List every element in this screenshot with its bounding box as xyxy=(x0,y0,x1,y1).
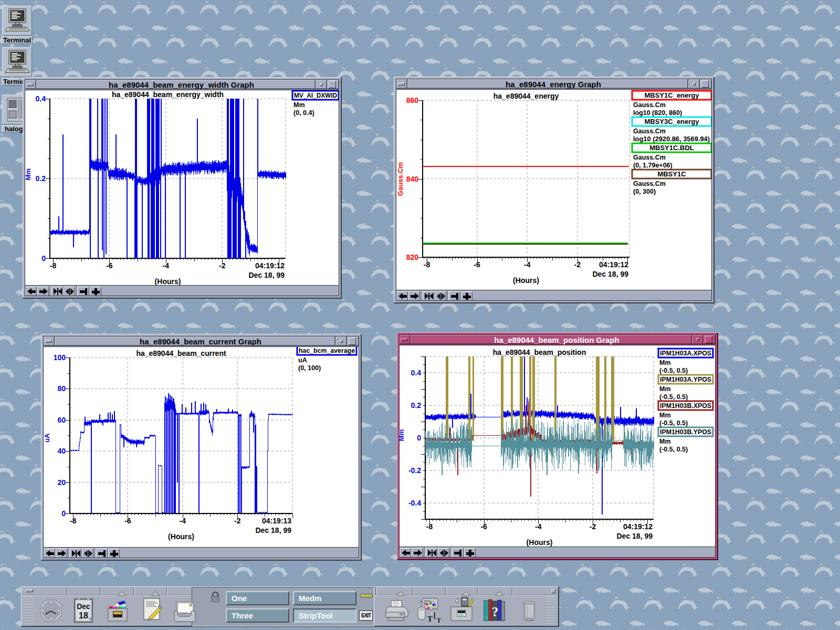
svg-text:(-0.5, 0.5): (-0.5, 0.5) xyxy=(659,419,688,427)
svg-text:0: 0 xyxy=(61,509,66,518)
svg-text:-6: -6 xyxy=(480,522,487,531)
svg-text:100: 100 xyxy=(54,353,66,362)
svg-text:(Hours): (Hours) xyxy=(155,277,181,285)
svg-text:-6: -6 xyxy=(474,260,480,269)
svg-text:80: 80 xyxy=(57,384,66,393)
svg-text:Mm: Mm xyxy=(659,412,671,419)
svg-text:-0.4: -0.4 xyxy=(408,499,421,507)
svg-text:-2: -2 xyxy=(574,260,581,269)
svg-text:(-0.5, 0.5): (-0.5, 0.5) xyxy=(659,446,688,453)
svg-text:log10 (2920.86, 3569.94): log10 (2920.86, 3569.94) xyxy=(633,135,710,143)
svg-text:0: 0 xyxy=(417,434,421,442)
svg-text:log10 (820, 860): log10 (820, 860) xyxy=(633,109,682,117)
svg-text:-4: -4 xyxy=(180,517,186,525)
svg-text:Dec 18, 99: Dec 18, 99 xyxy=(249,271,285,279)
svg-text:MBSY1C.BDL: MBSY1C.BDL xyxy=(649,144,694,152)
svg-text:Mm: Mm xyxy=(293,101,305,109)
svg-text:IPM1H03B.YPOS: IPM1H03B.YPOS xyxy=(660,428,711,436)
svg-text:04:19:12: 04:19:12 xyxy=(255,261,285,270)
svg-text:MBSY1C: MBSY1C xyxy=(657,170,686,178)
svg-text:Dec 18, 99: Dec 18, 99 xyxy=(256,526,292,534)
svg-text:-2: -2 xyxy=(219,261,226,270)
svg-text:Gauss.Cm: Gauss.Cm xyxy=(396,162,404,196)
svg-text:MV_AI_DXWID: MV_AI_DXWID xyxy=(294,91,337,99)
svg-text:-4: -4 xyxy=(163,261,170,270)
svg-text:uA: uA xyxy=(298,356,307,364)
svg-text:0.4: 0.4 xyxy=(36,94,46,103)
svg-text:Gauss.Cm: Gauss.Cm xyxy=(633,128,666,135)
svg-text:Gauss.Cm: Gauss.Cm xyxy=(633,154,666,161)
svg-text:(0, 0.4): (0, 0.4) xyxy=(293,109,314,117)
svg-text:(0, 1.79e+06): (0, 1.79e+06) xyxy=(633,162,673,169)
svg-text:-8: -8 xyxy=(70,517,77,525)
svg-text:Dec 18, 99: Dec 18, 99 xyxy=(617,532,653,540)
svg-text:T: T xyxy=(427,615,433,623)
svg-text:04:19:13: 04:19:13 xyxy=(262,517,291,525)
svg-text:-6: -6 xyxy=(124,517,131,525)
svg-text:Gauss.Cm: Gauss.Cm xyxy=(633,101,666,109)
svg-text:Mm: Mm xyxy=(659,385,671,393)
svg-text:-2: -2 xyxy=(590,522,596,531)
svg-text:IPM1H03A.YPOS: IPM1H03A.YPOS xyxy=(660,375,711,383)
svg-text:-8: -8 xyxy=(50,261,57,270)
svg-text:840: 840 xyxy=(406,175,419,183)
svg-text:(0, 300): (0, 300) xyxy=(633,188,656,195)
svg-text:ha_e89044_beam_current: ha_e89044_beam_current xyxy=(136,349,226,358)
svg-text:60: 60 xyxy=(57,416,66,424)
svg-text:Mm: Mm xyxy=(659,438,671,445)
svg-text:hac_bcm_average: hac_bcm_average xyxy=(299,347,355,354)
svg-text:0.2: 0.2 xyxy=(411,401,422,410)
svg-text:IPM1H03A.XPOS: IPM1H03A.XPOS xyxy=(660,349,711,357)
svg-text:Mm: Mm xyxy=(400,429,405,441)
svg-text:-0.2: -0.2 xyxy=(408,466,421,475)
svg-text:0.2: 0.2 xyxy=(36,174,46,183)
svg-text:ha_e89044_beam_energy_width: ha_e89044_beam_energy_width xyxy=(112,90,224,99)
svg-text:(-0.5, 0.5): (-0.5, 0.5) xyxy=(659,393,688,401)
svg-text:40: 40 xyxy=(57,447,66,455)
svg-text:Dec: Dec xyxy=(77,602,90,611)
svg-text:-8: -8 xyxy=(426,522,433,531)
svg-text:(0, 100): (0, 100) xyxy=(298,364,321,372)
svg-text:04:19:12: 04:19:12 xyxy=(623,522,653,531)
svg-text:uA: uA xyxy=(44,433,51,443)
svg-text:(Hours): (Hours) xyxy=(527,538,553,547)
svg-text:20: 20 xyxy=(57,478,66,487)
svg-text:-6: -6 xyxy=(106,261,113,270)
svg-text:?: ? xyxy=(492,604,499,620)
svg-text:IPM1H03B.XPOS: IPM1H03B.XPOS xyxy=(660,402,711,410)
svg-text:ha_e89044_energy: ha_e89044_energy xyxy=(494,92,559,100)
svg-text:04:19:12: 04:19:12 xyxy=(599,260,628,269)
svg-text:(-0.5, 0.5): (-0.5, 0.5) xyxy=(659,367,688,374)
svg-text:Gauss.Cm: Gauss.Cm xyxy=(633,180,666,187)
svg-text:Mm: Mm xyxy=(25,169,32,180)
svg-text:-4: -4 xyxy=(535,522,542,531)
svg-text:Mm: Mm xyxy=(659,359,671,366)
svg-text:0.4: 0.4 xyxy=(411,369,422,377)
svg-text:-8: -8 xyxy=(424,260,430,269)
svg-text:ha_e89044_beam_position: ha_e89044_beam_position xyxy=(493,348,586,356)
svg-text:-2: -2 xyxy=(234,517,241,525)
svg-text:MBSY1C_energy: MBSY1C_energy xyxy=(644,91,699,99)
svg-text:(Hours): (Hours) xyxy=(168,532,194,541)
svg-text:MBSY3C_energy: MBSY3C_energy xyxy=(644,118,699,125)
svg-text:(Hours): (Hours) xyxy=(513,276,539,285)
svg-text:860: 860 xyxy=(406,96,419,104)
svg-text:Dec 18, 99: Dec 18, 99 xyxy=(593,270,629,278)
svg-text:0: 0 xyxy=(41,254,46,262)
svg-text:T: T xyxy=(437,617,441,624)
svg-text:820: 820 xyxy=(406,253,419,261)
svg-text:18: 18 xyxy=(79,611,88,620)
svg-text:-4: -4 xyxy=(524,260,531,269)
